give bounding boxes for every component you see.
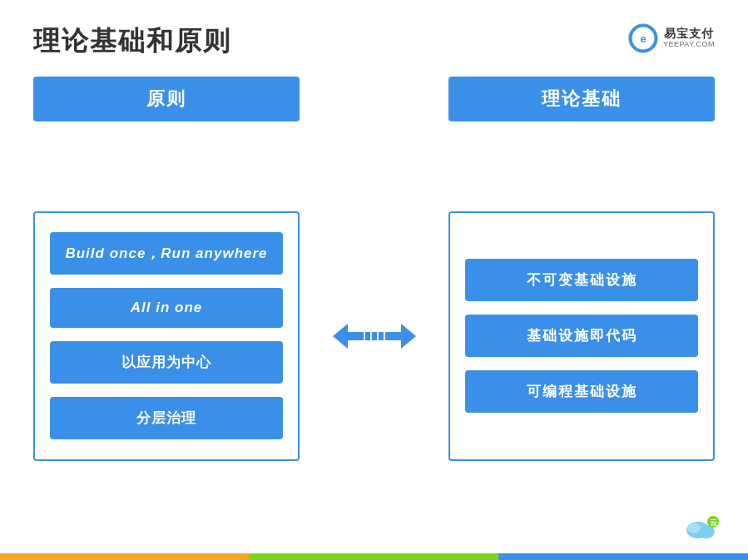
- left-col-header: 原则: [33, 77, 300, 121]
- right-col-header: 理论基础: [448, 77, 715, 121]
- principle-item-2: All in one: [50, 288, 283, 328]
- logo-en: YEEPAY.COM: [663, 41, 715, 49]
- logo-cn: 易宝支付: [664, 27, 714, 40]
- theory-item-1: 不可变基础设施: [465, 259, 698, 301]
- svg-marker-3: [333, 324, 416, 349]
- principle-item-1: Build once，Run anywhere: [50, 232, 283, 275]
- logo-text-area: 易宝支付 YEEPAY.COM: [663, 27, 715, 48]
- principle-item-3: 以应用为中心: [50, 341, 283, 384]
- slide-content: 原则 理论基础 Build once，Run anywhere All in o…: [0, 68, 748, 553]
- yeepay-logo-icon: e: [628, 23, 658, 53]
- double-headed-arrow-icon: [333, 315, 416, 357]
- boxes-row: Build once，Run anywhere All in one 以应用为中…: [33, 135, 715, 537]
- slide-title: 理论基础和原则: [33, 23, 231, 60]
- bottom-right-cloud-logo: 云: [681, 512, 723, 547]
- left-principles-box: Build once，Run anywhere All in one 以应用为中…: [33, 211, 300, 461]
- bottom-bar: [0, 553, 748, 560]
- col-headers: 原则 理论基础: [33, 77, 715, 121]
- svg-text:云: 云: [710, 518, 717, 527]
- svg-point-10: [687, 523, 701, 533]
- svg-text:e: e: [640, 33, 646, 45]
- logo-area: e 易宝支付 YEEPAY.COM: [628, 23, 715, 53]
- right-theories-box: 不可变基础设施 基础设施即代码 可编程基础设施: [448, 211, 715, 461]
- arrow-area: [324, 315, 424, 357]
- bottom-bar-segment-green: [250, 553, 499, 560]
- theory-item-2: 基础设施即代码: [465, 315, 698, 357]
- slide-header: 理论基础和原则 e 易宝支付 YEEPAY.COM: [0, 0, 748, 68]
- bottom-bar-segment-orange: [0, 553, 250, 560]
- principle-item-4: 分层治理: [50, 397, 283, 439]
- bottom-bar-segment-blue: [498, 553, 748, 560]
- theory-item-3: 可编程基础设施: [465, 370, 698, 413]
- slide-container: 理论基础和原则 e 易宝支付 YEEPAY.COM 原则 理论基础: [0, 0, 748, 560]
